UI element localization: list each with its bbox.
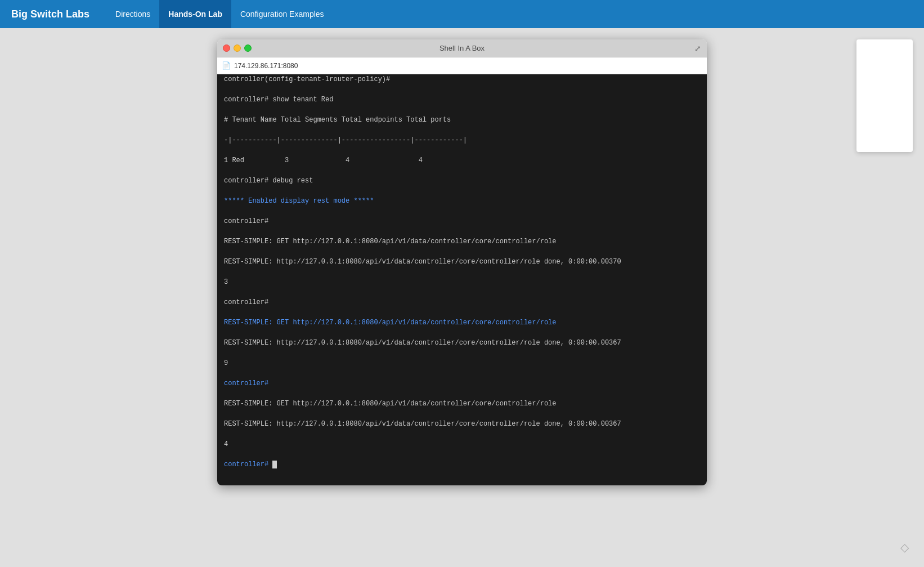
brand-logo: Big Switch Labs xyxy=(11,8,89,20)
nav-configuration-examples[interactable]: Configuration Examples xyxy=(231,0,333,28)
bottom-right-icon: ◇ xyxy=(896,539,913,556)
nav-directions[interactable]: Directions xyxy=(106,0,159,28)
main-content: Shell In A Box ⤢ 📄 174.129.86.171:8080 l… xyxy=(0,28,924,567)
minimize-button[interactable] xyxy=(234,44,241,52)
titlebar-buttons xyxy=(223,44,252,52)
shell-addressbar: 📄 174.129.86.171:8080 xyxy=(217,57,707,74)
page-icon: 📄 xyxy=(222,61,231,70)
close-button[interactable] xyxy=(223,44,230,52)
shell-titlebar: Shell In A Box ⤢ xyxy=(217,39,707,57)
maximize-button[interactable] xyxy=(244,44,252,52)
nav-hands-on-lab[interactable]: Hands-On Lab xyxy=(159,0,231,28)
address-text: 174.129.86.171:8080 xyxy=(234,62,298,70)
right-panel xyxy=(856,39,913,152)
expand-icon[interactable]: ⤢ xyxy=(694,44,701,53)
shell-window: Shell In A Box ⤢ 📄 174.129.86.171:8080 l… xyxy=(217,39,707,485)
window-title: Shell In A Box xyxy=(439,44,485,52)
terminal[interactable]: logical-router External ~ Physical-paths… xyxy=(217,74,707,485)
navbar: Big Switch Labs Directions Hands-On Lab … xyxy=(0,0,924,28)
